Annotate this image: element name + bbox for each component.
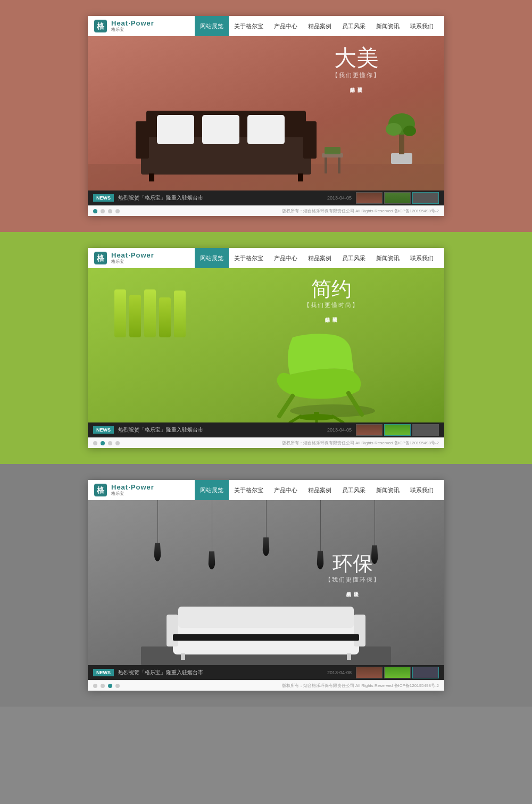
website-green: 格 Heat·Power 格乐宝 网站展览 关于格尔宝 产品中心 精品案例 员工…: [88, 248, 444, 448]
nav-item-about-3[interactable]: 关于格尔宝: [229, 480, 269, 500]
nav-bar-1: 格 Heat·Power 格乐宝 网站展览 关于格尔宝 产品中心 精品案例 员工…: [88, 16, 444, 36]
dot-1b[interactable]: [101, 209, 105, 213]
svg-rect-7: [149, 173, 154, 181]
footer-2: 版权所有：烟台格乐环保有限责任公司 All Rights Reserved 备I…: [88, 437, 444, 448]
svg-rect-17: [399, 132, 404, 154]
news-thumb-1c[interactable]: [412, 192, 439, 204]
hero-green: 简约 【我们更懂时尚】 让家居环境更时尚精品案例精品案例: [88, 268, 444, 422]
nav-item-news-1[interactable]: 新闻资讯: [371, 16, 405, 36]
svg-line-24: [279, 396, 293, 416]
brand-main-2: Heat·Power: [111, 252, 154, 259]
nav-items-3: 网站展览 关于格尔宝 产品中心 精品案例 员工风采 新闻资讯 联系我们: [195, 480, 439, 500]
section-brown: 格 Heat·Power 格乐宝 网站展览 关于格尔宝 产品中心 精品案例 员工…: [0, 0, 532, 232]
nav-item-about-1[interactable]: 关于格尔宝: [229, 16, 269, 36]
nav-item-news-3[interactable]: 新闻资讯: [371, 480, 405, 500]
nav-item-news-2[interactable]: 新闻资讯: [371, 248, 405, 268]
news-thumb-2b[interactable]: [384, 424, 411, 436]
footer-dots-3: [93, 684, 120, 688]
brand-main-3: Heat·Power: [111, 484, 154, 491]
news-badge-2: NEWS: [93, 426, 114, 434]
hero-text-3: 环保 【我们更懂环保】 让家居环境更环保精品案例精品案例: [325, 553, 380, 588]
svg-text:格: 格: [96, 22, 105, 30]
dot-3c[interactable]: [108, 684, 112, 688]
hero-big-char-1: 大美: [332, 47, 380, 69]
svg-rect-6: [303, 121, 317, 159]
nav-item-products-3[interactable]: 产品中心: [269, 480, 303, 500]
dot-1d[interactable]: [115, 209, 120, 213]
dot-2d[interactable]: [115, 441, 120, 445]
nav-item-staff-3[interactable]: 员工风采: [337, 480, 371, 500]
svg-point-19: [386, 123, 402, 136]
svg-rect-36: [167, 615, 178, 646]
news-text-3: 热烈祝贺「格乐宝」隆重入驻烟台市: [118, 669, 323, 676]
nav-bar-3: 格 Heat·Power 格乐宝 网站展览 关于格尔宝 产品中心 精品案例 员工…: [88, 480, 444, 500]
footer-dots-2: [93, 441, 120, 445]
svg-rect-11: [247, 115, 285, 144]
dot-1a[interactable]: [93, 209, 97, 213]
hero-big-char-3: 环保: [325, 553, 380, 574]
dot-3b[interactable]: [101, 684, 105, 688]
nav-item-cases-2[interactable]: 精品案例: [303, 248, 337, 268]
dot-3d[interactable]: [115, 684, 120, 688]
news-date-3: 2013-04-08: [327, 670, 352, 675]
section-green: 格 Heat·Power 格乐宝 网站展览 关于格尔宝 产品中心 精品案例 员工…: [0, 232, 532, 464]
dot-3a[interactable]: [93, 684, 97, 688]
logo-area-2: 格 Heat·Power 格乐宝: [93, 251, 195, 266]
svg-text:格: 格: [96, 486, 105, 494]
news-bar-1: NEWS 热烈祝贺「格乐宝」隆重入驻烟台市 2013-04-05: [88, 190, 444, 205]
footer-copy-2: 版权所有：烟台格乐环保有限责任公司 All Rights Reserved 备I…: [282, 440, 439, 446]
chair-scene-svg: [88, 268, 444, 422]
footer-copy-1: 版权所有：烟台格乐环保有限责任公司 All Rights Reserved 备I…: [282, 208, 439, 214]
dot-1c[interactable]: [108, 209, 112, 213]
news-thumb-1b[interactable]: [384, 192, 411, 204]
news-thumb-3a[interactable]: [356, 667, 383, 678]
logo-icon-1: 格: [93, 19, 108, 34]
logo-text-2: Heat·Power 格乐宝: [111, 252, 154, 264]
news-thumb-2a[interactable]: [356, 424, 383, 436]
dot-2b[interactable]: [101, 441, 105, 445]
nav-item-contact-3[interactable]: 联系我们: [405, 480, 439, 500]
brand-main-1: Heat·Power: [111, 20, 154, 27]
nav-item-home-1[interactable]: 网站展览: [195, 16, 229, 36]
nav-item-staff-2[interactable]: 员工风采: [337, 248, 371, 268]
website-brown: 格 Heat·Power 格乐宝 网站展览 关于格尔宝 产品中心 精品案例 员工…: [88, 16, 444, 216]
hero-bracket-1: 【我们更懂你】: [332, 71, 380, 79]
news-badge-1: NEWS: [93, 194, 114, 202]
nav-item-cases-1[interactable]: 精品案例: [303, 16, 337, 36]
nav-item-about-2[interactable]: 关于格尔宝: [229, 248, 269, 268]
svg-rect-15: [325, 147, 340, 154]
hero-text-2: 简约 【我们更懂时尚】 让家居环境更时尚精品案例精品案例: [304, 279, 359, 313]
news-thumb-3b[interactable]: [384, 667, 411, 678]
nav-item-home-2[interactable]: 网站展览: [195, 248, 229, 268]
section-gray: 格 Heat·Power 格乐宝 网站展览 关于格尔宝 产品中心 精品案例 员工…: [0, 464, 532, 707]
svg-text:格: 格: [96, 254, 105, 262]
logo-icon-3: 格: [93, 483, 108, 498]
logo-text-1: Heat·Power 格乐宝: [111, 20, 154, 32]
nav-item-contact-1[interactable]: 联系我们: [405, 16, 439, 36]
nav-item-products-1[interactable]: 产品中心: [269, 16, 303, 36]
news-thumb-2c[interactable]: [412, 424, 439, 436]
logo-area-3: 格 Heat·Power 格乐宝: [93, 483, 195, 498]
brand-sub-1: 格乐宝: [111, 28, 154, 32]
news-bar-2: NEWS 热烈祝贺「格乐宝」隆重入驻烟台市 2013-04-05: [88, 422, 444, 437]
hero-gray: 环保 【我们更懂环保】 让家居环境更环保精品案例精品案例: [88, 500, 444, 665]
svg-rect-9: [157, 115, 194, 144]
logo-area-1: 格 Heat·Power 格乐宝: [93, 19, 195, 34]
dot-2a[interactable]: [93, 441, 97, 445]
nav-item-home-3[interactable]: 网站展览: [195, 480, 229, 500]
nav-item-cases-3[interactable]: 精品案例: [303, 480, 337, 500]
news-thumb-1a[interactable]: [356, 192, 383, 204]
dot-2c[interactable]: [108, 441, 112, 445]
svg-rect-8: [298, 173, 303, 181]
news-text-1: 热烈祝贺「格乐宝」隆重入驻烟台市: [118, 194, 323, 202]
news-thumb-3c[interactable]: [412, 667, 439, 678]
hero-bracket-3: 【我们更懂环保】: [325, 576, 380, 584]
nav-item-staff-1[interactable]: 员工风采: [337, 16, 371, 36]
nav-item-contact-2[interactable]: 联系我们: [405, 248, 439, 268]
logo-icon-2: 格: [93, 251, 108, 266]
nav-bar-2: 格 Heat·Power 格乐宝 网站展览 关于格尔宝 产品中心 精品案例 员工…: [88, 248, 444, 268]
news-thumbs-3: [356, 667, 439, 678]
svg-rect-40: [173, 634, 359, 641]
nav-item-products-2[interactable]: 产品中心: [269, 248, 303, 268]
footer-3: 版权所有：烟台格乐环保有限责任公司 All Rights Reserved 备I…: [88, 680, 444, 691]
